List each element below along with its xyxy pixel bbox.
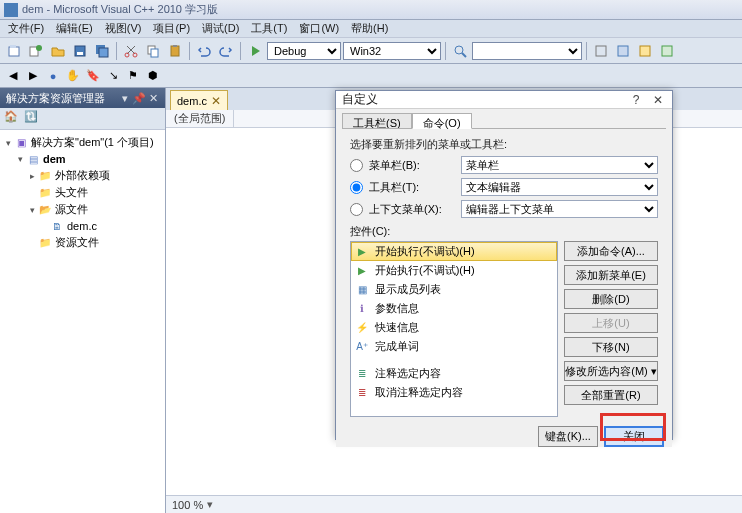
- blue-dot-icon[interactable]: ●: [44, 67, 62, 85]
- list-item[interactable]: ▶开始执行(不调试)(H): [351, 242, 557, 261]
- window-titlebar: dem - Microsoft Visual C++ 2010 学习版: [0, 0, 742, 20]
- toolbar-radio[interactable]: [350, 181, 363, 194]
- box2-icon[interactable]: [613, 41, 633, 61]
- svg-point-14: [455, 46, 463, 54]
- controls-list[interactable]: ▶开始执行(不调试)(H) ▶开始执行(不调试)(H) ▦显示成员列表 ℹ参数信…: [350, 241, 558, 417]
- list-item[interactable]: ≣取消注释选定内容: [351, 383, 557, 402]
- window-title: dem - Microsoft Visual C++ 2010 学习版: [22, 2, 218, 17]
- tree-solution[interactable]: ▾▣解决方案"dem"(1 个项目): [2, 134, 163, 151]
- context-radio-label: 上下文菜单(X):: [369, 202, 455, 217]
- indent-more-icon[interactable]: ▶: [24, 67, 42, 85]
- tree-sources[interactable]: ▾📂源文件: [2, 201, 163, 218]
- dialog-close-icon[interactable]: ✕: [650, 92, 666, 108]
- reset-all-button[interactable]: 全部重置(R): [564, 385, 658, 405]
- solution-tree[interactable]: ▾▣解决方案"dem"(1 个项目) ▾▤dem ▸📁外部依赖项 📁头文件 ▾📂…: [0, 130, 165, 513]
- tab-close-icon[interactable]: ✕: [211, 94, 221, 108]
- scope-dropdown[interactable]: (全局范围): [166, 110, 234, 127]
- dialog-help-icon[interactable]: ?: [628, 92, 644, 108]
- tree-file[interactable]: 🗎dem.c: [2, 218, 163, 234]
- keyboard-button[interactable]: 键盘(K)...: [538, 426, 598, 447]
- solution-toolbar: 🏠 🔃: [0, 108, 165, 130]
- menu-tools[interactable]: 工具(T): [245, 20, 293, 37]
- panel-close-icon[interactable]: ✕: [147, 92, 159, 104]
- menu-radio[interactable]: [350, 159, 363, 172]
- save-all-icon[interactable]: [92, 41, 112, 61]
- tree-headers[interactable]: 📁头文件: [2, 184, 163, 201]
- toolbar-select[interactable]: 文本编辑器: [461, 178, 658, 196]
- paste-icon[interactable]: [165, 41, 185, 61]
- add-menu-button[interactable]: 添加新菜单(E): [564, 265, 658, 285]
- menu-window[interactable]: 窗口(W): [293, 20, 345, 37]
- step-icon[interactable]: ↘: [104, 67, 122, 85]
- menu-debug[interactable]: 调试(D): [196, 20, 245, 37]
- dialog-title: 自定义: [342, 91, 378, 108]
- tab-commands[interactable]: 命令(O): [412, 113, 472, 129]
- flag-icon[interactable]: ⚑: [124, 67, 142, 85]
- menu-view[interactable]: 视图(V): [99, 20, 148, 37]
- zoom-level: 100 %: [172, 499, 203, 511]
- menu-radio-label: 菜单栏(B):: [369, 158, 455, 173]
- context-select[interactable]: 编辑器上下文菜单: [461, 200, 658, 218]
- home-icon[interactable]: 🏠: [4, 110, 22, 128]
- add-command-button[interactable]: 添加命令(A)...: [564, 241, 658, 261]
- platform-select[interactable]: Win32: [343, 42, 441, 60]
- indent-less-icon[interactable]: ◀: [4, 67, 22, 85]
- add-item-icon[interactable]: [26, 41, 46, 61]
- menu-file[interactable]: 文件(F): [2, 20, 50, 37]
- svg-rect-13: [173, 45, 177, 47]
- menu-project[interactable]: 项目(P): [147, 20, 196, 37]
- list-item[interactable]: A⁺完成单词: [351, 337, 557, 356]
- hand-icon[interactable]: ✋: [64, 67, 82, 85]
- menu-help[interactable]: 帮助(H): [345, 20, 394, 37]
- context-radio[interactable]: [350, 203, 363, 216]
- box1-icon[interactable]: [591, 41, 611, 61]
- svg-rect-0: [9, 47, 19, 56]
- menu-select[interactable]: 菜单栏: [461, 156, 658, 174]
- app-icon: [4, 3, 18, 17]
- panel-dropdown-icon[interactable]: ▾: [119, 92, 131, 104]
- find-icon[interactable]: [450, 41, 470, 61]
- controls-label: 控件(C):: [350, 224, 658, 239]
- status-bar: 100 % ▾: [166, 495, 742, 513]
- zoom-dropdown-icon[interactable]: ▾: [207, 498, 213, 511]
- modify-button[interactable]: 修改所选内容(M) ▾: [564, 361, 658, 381]
- list-item[interactable]: ≣注释选定内容: [351, 364, 557, 383]
- new-project-icon[interactable]: [4, 41, 24, 61]
- close-button[interactable]: 关闭: [604, 426, 664, 447]
- dialog-footer: 键盘(K)... 关闭: [336, 426, 672, 447]
- open-icon[interactable]: [48, 41, 68, 61]
- start-icon[interactable]: [245, 41, 265, 61]
- panel-pin-icon[interactable]: 📌: [133, 92, 145, 104]
- refresh-icon[interactable]: 🔃: [24, 110, 42, 128]
- copy-icon[interactable]: [143, 41, 163, 61]
- undo-icon[interactable]: [194, 41, 214, 61]
- config-select[interactable]: Debug: [267, 42, 341, 60]
- svg-rect-16: [596, 46, 606, 56]
- find-select[interactable]: [472, 42, 582, 60]
- box4-icon[interactable]: [657, 41, 677, 61]
- menu-edit[interactable]: 编辑(E): [50, 20, 99, 37]
- tree-resources[interactable]: 📁资源文件: [2, 234, 163, 251]
- dialog-titlebar: 自定义 ? ✕: [336, 91, 672, 109]
- box3-icon[interactable]: [635, 41, 655, 61]
- move-down-button[interactable]: 下移(N): [564, 337, 658, 357]
- solution-explorer-title: 解决方案资源管理器 ▾ 📌 ✕: [0, 88, 165, 108]
- tree-external[interactable]: ▸📁外部依赖项: [2, 167, 163, 184]
- move-up-button[interactable]: 上移(U): [564, 313, 658, 333]
- cut-icon[interactable]: [121, 41, 141, 61]
- delete-button[interactable]: 删除(D): [564, 289, 658, 309]
- tab-file[interactable]: dem.c ✕: [170, 90, 228, 110]
- list-item[interactable]: ▶开始执行(不调试)(H): [351, 261, 557, 280]
- tree-project[interactable]: ▾▤dem: [2, 151, 163, 167]
- save-icon[interactable]: [70, 41, 90, 61]
- solution-explorer: 解决方案资源管理器 ▾ 📌 ✕ 🏠 🔃 ▾▣解决方案"dem"(1 个项目) ▾…: [0, 88, 166, 513]
- bookmark-icon[interactable]: 🔖: [84, 67, 102, 85]
- list-item[interactable]: ℹ参数信息: [351, 299, 557, 318]
- hex-icon[interactable]: ⬢: [144, 67, 162, 85]
- list-item[interactable]: ▦显示成员列表: [351, 280, 557, 299]
- tab-toolbar[interactable]: 工具栏(S): [342, 113, 412, 129]
- svg-rect-1: [10, 45, 16, 48]
- svg-rect-5: [77, 52, 83, 55]
- list-item[interactable]: ⚡快速信息: [351, 318, 557, 337]
- redo-icon[interactable]: [216, 41, 236, 61]
